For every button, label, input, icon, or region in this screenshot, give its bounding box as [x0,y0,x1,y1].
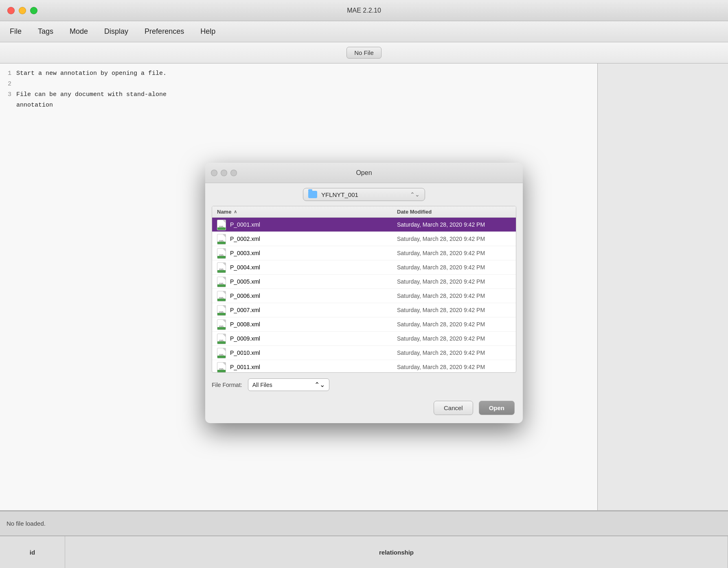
file-date: Saturday, March 28, 2020 9:42 PM [397,307,511,313]
folder-icon [308,191,317,198]
xml-file-icon: XML [217,334,227,343]
dialog-maximize-button[interactable] [230,170,237,176]
xml-file-icon: XML [217,262,227,272]
location-text: YFLNYT_001 [321,191,406,198]
file-list[interactable]: XMLP_0001.xmlSaturday, March 28, 2020 9:… [212,218,516,372]
xml-file-icon: XML [217,319,227,329]
line-content-4: annotation [16,100,597,111]
file-date: Saturday, March 28, 2020 9:42 PM [397,264,511,271]
dialog-title: Open [356,169,372,177]
col-name-header: Name ∧ [217,209,397,215]
toolbar: No File [0,42,728,63]
line-content-2 [16,79,597,90]
xml-file-icon: XML [217,220,227,229]
file-row[interactable]: XMLP_0006.xmlSaturday, March 28, 2020 9:… [212,289,516,303]
file-date: Saturday, March 28, 2020 9:42 PM [397,321,511,328]
editor-line-3: 3 File can be any document with stand-al… [0,90,597,100]
file-date: Saturday, March 28, 2020 9:42 PM [397,293,511,299]
file-name: P_0011.xml [230,364,397,370]
file-name: P_0007.xml [230,307,397,313]
editor-line-1: 1 Start a new annotation by opening a fi… [0,68,597,79]
format-label: File Format: [212,382,242,388]
file-name: P_0005.xml [230,278,397,285]
xml-file-icon: XML [217,362,227,372]
xml-file-icon: XML [217,348,227,358]
col-date-header: Date Modified [397,209,511,215]
file-date: Saturday, March 28, 2020 9:42 PM [397,364,511,370]
editor-line-2: 2 [0,79,597,90]
file-date: Saturday, March 28, 2020 9:42 PM [397,350,511,356]
location-dropdown[interactable]: YFLNYT_001 ⌃⌄ [303,188,425,201]
format-dropdown[interactable]: All Files ⌃⌄ [248,378,329,391]
file-row[interactable]: XMLP_0003.xmlSaturday, March 28, 2020 9:… [212,246,516,260]
xml-file-icon: XML [217,305,227,315]
file-row[interactable]: XMLP_0001.xmlSaturday, March 28, 2020 9:… [212,218,516,232]
editor-line-4: annotation [0,100,597,111]
close-button[interactable] [7,7,15,14]
file-name: P_0008.xml [230,321,397,328]
bottom-bar: No file loaded. id relationship [0,510,728,568]
file-row[interactable]: XMLP_0011.xmlSaturday, March 28, 2020 9:… [212,360,516,372]
xml-file-icon: XML [217,291,227,301]
minimize-button[interactable] [19,7,26,14]
maximize-button[interactable] [30,7,37,14]
file-name: P_0003.xml [230,250,397,256]
file-name: P_0001.xml [230,221,397,228]
file-row[interactable]: XMLP_0004.xmlSaturday, March 28, 2020 9:… [212,260,516,275]
file-row[interactable]: XMLP_0005.xmlSaturday, March 28, 2020 9:… [212,275,516,289]
file-row[interactable]: XMLP_0007.xmlSaturday, March 28, 2020 9:… [212,303,516,317]
table-col-relationship: relationship [65,536,728,568]
format-dropdown-arrow-icon: ⌃⌄ [314,381,325,389]
menu-item-file[interactable]: File [7,26,25,37]
bottom-table: id relationship [0,535,728,568]
file-row[interactable]: XMLP_0008.xmlSaturday, March 28, 2020 9:… [212,317,516,332]
file-row[interactable]: XMLP_0002.xmlSaturday, March 28, 2020 9:… [212,232,516,246]
file-date: Saturday, March 28, 2020 9:42 PM [397,250,511,256]
file-row[interactable]: XMLP_0010.xmlSaturday, March 28, 2020 9:… [212,346,516,360]
status-bar: No file loaded. [0,511,728,535]
status-label: No file loaded. [7,520,46,527]
app-title: MAE 2.2.10 [347,7,381,14]
menu-bar: File Tags Mode Display Preferences Help [0,21,728,42]
line-number-1: 1 [0,68,16,79]
dialog-close-button[interactable] [211,170,217,176]
title-bar: MAE 2.2.10 [0,0,728,21]
file-name: P_0006.xml [230,293,397,299]
file-name: P_0010.xml [230,350,397,356]
dialog-buttons: Cancel Open [205,397,523,423]
open-button[interactable]: Open [479,401,515,415]
table-col-id: id [0,536,65,568]
xml-file-icon: XML [217,234,227,244]
file-date: Saturday, March 28, 2020 9:42 PM [397,335,511,342]
line-number-4 [0,100,16,111]
file-list-container: Name ∧ Date Modified XMLP_0001.xmlSaturd… [212,206,516,373]
xml-file-icon: XML [217,277,227,286]
file-date: Saturday, March 28, 2020 9:42 PM [397,236,511,242]
app-area: No File 1 Start a new annotation by open… [0,42,728,568]
file-date: Saturday, March 28, 2020 9:42 PM [397,278,511,285]
file-list-header: Name ∧ Date Modified [212,206,516,218]
traffic-lights [7,7,37,14]
line-content-3: File can be any document with stand-alon… [16,90,597,100]
file-name: P_0009.xml [230,335,397,342]
dialog-titlebar: Open [205,163,523,183]
dialog-location-bar: YFLNYT_001 ⌃⌄ [205,183,523,206]
line-content-1: Start a new annotation by opening a file… [16,68,597,79]
cancel-button[interactable]: Cancel [434,401,473,415]
dialog-minimize-button[interactable] [221,170,227,176]
file-date: Saturday, March 28, 2020 9:42 PM [397,221,511,228]
dialog-traffic-lights [211,170,237,176]
line-number-2: 2 [0,79,16,90]
no-file-button[interactable]: No File [346,47,382,59]
file-row[interactable]: XMLP_0009.xmlSaturday, March 28, 2020 9:… [212,332,516,346]
menu-item-tags[interactable]: Tags [35,26,57,37]
menu-item-help[interactable]: Help [197,26,219,37]
dropdown-arrow-icon: ⌃⌄ [410,191,420,198]
right-panel [598,63,728,568]
menu-item-mode[interactable]: Mode [66,26,91,37]
menu-item-preferences[interactable]: Preferences [141,26,187,37]
menu-item-display[interactable]: Display [101,26,132,37]
sort-arrow-icon: ∧ [234,209,237,214]
open-dialog: Open YFLNYT_001 ⌃⌄ Name ∧ Date Modified [205,163,523,423]
xml-file-icon: XML [217,248,227,258]
